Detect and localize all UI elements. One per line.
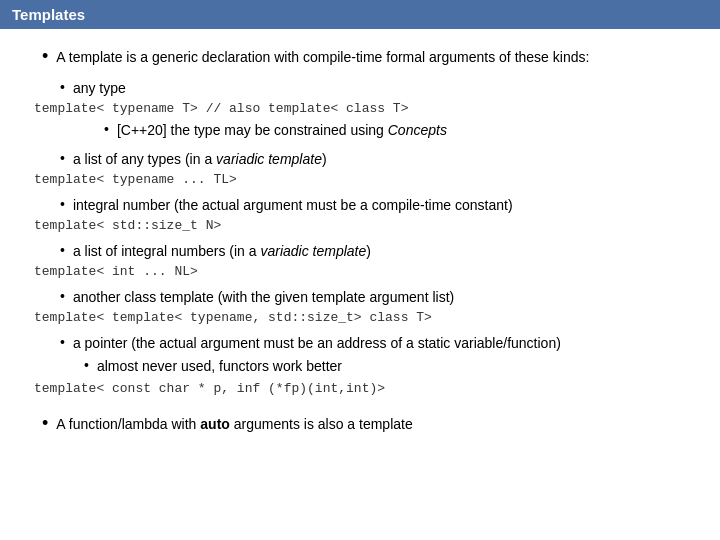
bullet-dot-4: • xyxy=(60,241,65,259)
sub-dot-1: • xyxy=(104,120,109,138)
item-4-label: a list of integral numbers (in a variadi… xyxy=(73,241,371,262)
item-3-label: integral number (the actual argument mus… xyxy=(73,195,513,216)
item-2-label: a list of any types (in a variadic templ… xyxy=(73,149,327,170)
intro-text: A template is a generic declaration with… xyxy=(56,47,589,68)
intro-bullet: • A template is a generic declaration wi… xyxy=(42,47,696,68)
item-1-subnote: [C++20] the type may be constrained usin… xyxy=(117,120,447,141)
item-5: • another class template (with the given… xyxy=(24,287,696,325)
item-6-label: a pointer (the actual argument must be a… xyxy=(73,333,561,354)
footer-bullet: • A function/lambda with auto arguments … xyxy=(42,414,696,435)
footer-dot: • xyxy=(42,414,48,434)
item-6: • a pointer (the actual argument must be… xyxy=(24,333,696,396)
item-3-code: template< std::size_t N> xyxy=(34,218,221,233)
item-4: • a list of integral numbers (in a varia… xyxy=(24,241,696,279)
item-1: • any type template< typename T> // also… xyxy=(24,78,696,141)
item-6-subnote: almost never used, functors work better xyxy=(97,356,342,377)
item-1-label: any type xyxy=(73,78,126,99)
bullet-dot-3: • xyxy=(60,195,65,213)
item-5-label: another class template (with the given t… xyxy=(73,287,454,308)
footer-text: A function/lambda with auto arguments is… xyxy=(56,414,412,435)
item-6-code: template< const char * p, inf (*fp)(int,… xyxy=(34,381,385,396)
bullet-dot-6: • xyxy=(60,333,65,351)
bullet-dot-1: • xyxy=(60,78,65,96)
item-3: • integral number (the actual argument m… xyxy=(24,195,696,233)
bullet-dot-2: • xyxy=(60,149,65,167)
header: Templates xyxy=(0,0,720,29)
sub-dot-6: • xyxy=(84,356,89,374)
header-title: Templates xyxy=(12,6,85,23)
item-2: • a list of any types (in a variadic tem… xyxy=(24,149,696,187)
item-4-code: template< int ... NL> xyxy=(34,264,198,279)
bullet-dot-5: • xyxy=(60,287,65,305)
bullet-dot: • xyxy=(42,47,48,67)
content: • A template is a generic declaration wi… xyxy=(0,29,720,459)
item-2-code: template< typename ... TL> xyxy=(34,172,237,187)
item-5-code: template< template< typename, std::size_… xyxy=(34,310,432,325)
item-1-code: template< typename T> // also template< … xyxy=(34,101,408,116)
